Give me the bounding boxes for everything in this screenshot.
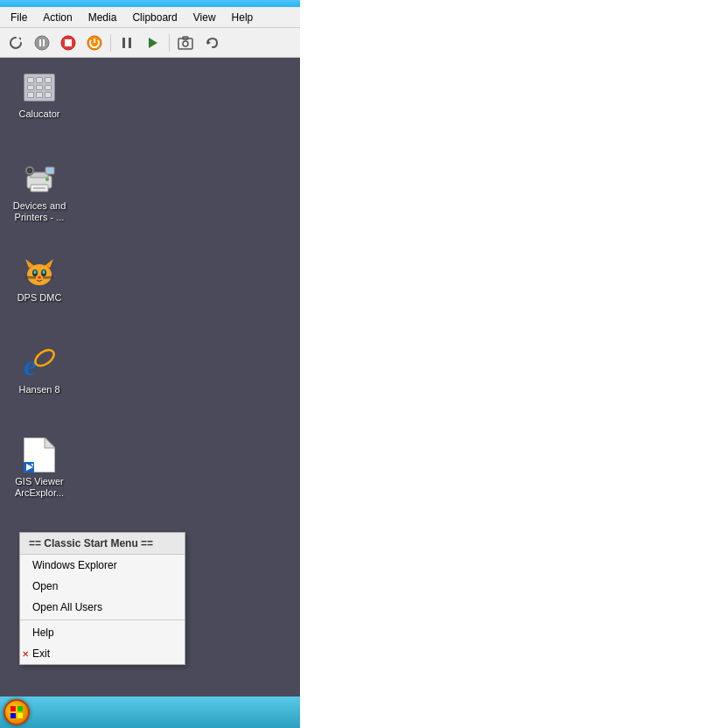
svg-rect-18 — [33, 187, 45, 189]
hansen-label: Hansen 8 — [18, 384, 59, 396]
undo-btn[interactable] — [199, 32, 224, 54]
menu-help[interactable]: Help — [225, 10, 261, 25]
svg-point-19 — [45, 178, 49, 181]
pause-btn[interactable] — [115, 32, 139, 54]
ctx-exit[interactable]: ✕ Exit — [20, 643, 185, 664]
title-bar — [0, 0, 300, 7]
svg-point-34 — [38, 276, 41, 279]
devices-printers-icon[interactable]: Devices and Printers - ... — [9, 158, 70, 227]
svg-rect-46 — [10, 706, 16, 711]
resume-btn[interactable] — [141, 32, 165, 54]
calculator-label: Calucator — [18, 108, 59, 120]
svg-marker-14 — [207, 40, 211, 45]
menu-bar: File Action Media Clipboard View Help — [0, 7, 300, 28]
svg-point-32 — [34, 270, 37, 274]
stop-btn[interactable] — [56, 32, 80, 54]
menu-action[interactable]: Action — [36, 10, 79, 25]
ctx-open[interactable]: Open — [20, 576, 185, 597]
ctx-separator — [20, 620, 185, 620]
svg-point-25 — [27, 264, 52, 285]
svg-rect-9 — [129, 38, 131, 48]
hansen8-icon[interactable]: e Hansen 8 — [9, 342, 70, 399]
desktop: Calucator — [0, 58, 300, 696]
gis-viewer-icon[interactable]: GIS Viewer ArcExplor... — [9, 434, 70, 502]
svg-rect-8 — [122, 38, 125, 48]
calculator-icon-img — [22, 70, 57, 105]
menu-clipboard[interactable]: Clipboard — [125, 10, 184, 25]
exit-x-icon: ✕ — [22, 649, 29, 659]
ctx-open-all-users[interactable]: Open All Users — [20, 597, 185, 618]
dps-icon-img — [22, 254, 57, 289]
svg-rect-47 — [17, 706, 23, 711]
gis-label: GIS Viewer ArcExplor... — [12, 476, 66, 499]
svg-rect-5 — [65, 39, 72, 46]
svg-point-1 — [35, 36, 49, 50]
devices-icon-img — [22, 162, 57, 197]
svg-rect-21 — [47, 169, 52, 172]
svg-marker-10 — [149, 38, 157, 48]
gis-icon-img — [22, 438, 57, 472]
toolbar-separator-2 — [169, 34, 170, 52]
svg-rect-48 — [10, 713, 16, 718]
power-btn[interactable] — [82, 32, 107, 54]
menu-media[interactable]: Media — [81, 10, 124, 25]
menu-view[interactable]: View — [186, 10, 223, 25]
svg-marker-42 — [45, 438, 55, 448]
dps-dmc-icon[interactable]: DPS DMC — [9, 250, 70, 307]
calculator-icon[interactable]: Calucator — [9, 66, 70, 123]
ctx-help[interactable]: Help — [20, 622, 185, 643]
context-menu: == Classic Start Menu == Windows Explore… — [19, 532, 185, 665]
start-button[interactable] — [3, 699, 30, 725]
ctx-windows-explorer[interactable]: Windows Explorer — [20, 555, 185, 576]
menu-file[interactable]: File — [3, 10, 34, 25]
dps-label: DPS DMC — [17, 292, 62, 304]
refresh-btn[interactable] — [3, 32, 28, 54]
svg-rect-49 — [17, 713, 23, 718]
context-menu-header: == Classic Start Menu == — [20, 533, 185, 555]
svg-point-33 — [43, 270, 45, 274]
svg-marker-0 — [18, 38, 21, 40]
svg-rect-2 — [39, 39, 41, 46]
devices-label: Devices and Printers - ... — [12, 200, 66, 223]
toolbar — [0, 28, 300, 58]
taskbar — [0, 696, 300, 728]
toolbar-separator-1 — [110, 34, 111, 52]
svg-point-12 — [183, 41, 188, 46]
pause-circle-btn[interactable] — [30, 32, 54, 54]
hansen-icon-img: e — [22, 346, 57, 381]
screenshot-btn[interactable] — [173, 32, 198, 54]
svg-rect-3 — [43, 39, 45, 46]
calc-graphic — [24, 74, 55, 102]
svg-point-24 — [29, 170, 31, 172]
svg-text:e: e — [24, 349, 37, 381]
svg-rect-11 — [178, 38, 192, 49]
right-panel — [300, 0, 726, 728]
